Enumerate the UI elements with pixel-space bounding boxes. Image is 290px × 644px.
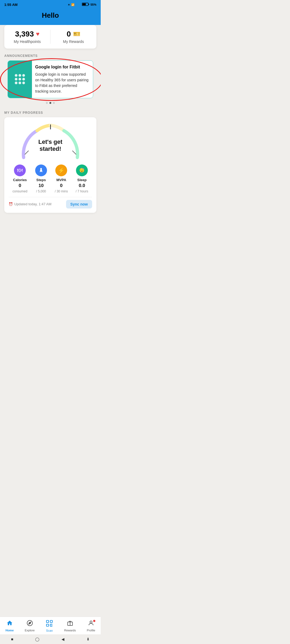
announcement-text: Google login is now supported on Healthy… <box>35 72 90 94</box>
calories-value: 0 <box>19 183 21 188</box>
nav-profile[interactable]: Profile <box>87 620 95 632</box>
steps-value: 10 <box>38 183 44 188</box>
sleep-goal: / 7 hours <box>76 189 88 193</box>
progress-card: Let's get started! 🍽 Calories 0 consumed <box>4 117 96 213</box>
calories-metric: 🍽 Calories 0 consumed <box>13 164 27 193</box>
clock-icon: ⏰ <box>9 202 13 206</box>
announcement-wrapper: Google login for Fitbit Google login is … <box>3 60 97 98</box>
dot-3[interactable] <box>53 102 55 104</box>
steps-metric: Steps 10 / 5,000 <box>35 164 47 193</box>
carousel-dots <box>0 102 101 104</box>
gauge-text-line2: started! <box>39 146 61 152</box>
status-time: 1:55 AM <box>4 3 17 7</box>
svg-rect-12 <box>46 624 49 626</box>
android-back-btn[interactable]: ◀ <box>61 637 64 641</box>
nav-explore[interactable]: Explore <box>25 620 35 632</box>
mvpa-metric: ⚡ MVPA 0 / 30 mins <box>55 164 68 193</box>
home-icon <box>6 620 13 628</box>
svg-rect-3 <box>82 3 86 5</box>
rewards-nav-icon <box>67 620 73 628</box>
bottom-nav: Home Explore Scan <box>0 617 101 634</box>
scan-icon <box>46 620 53 628</box>
sync-row: ⏰ Updated today, 1:47 AM Sync now <box>9 197 92 208</box>
mvpa-goal: / 30 mins <box>55 189 68 193</box>
healthpoints-value: 3,393 <box>15 30 34 38</box>
gauge-container: Let's get started! <box>16 123 85 160</box>
page-title: Hello <box>4 11 96 20</box>
announcement-content: Google login for Fitbit Google login is … <box>32 61 93 98</box>
mvpa-value: 0 <box>60 183 63 188</box>
sync-time-text: Updated today, 1:47 AM <box>14 202 52 206</box>
sleep-icon: 😴 <box>76 164 88 176</box>
svg-point-19 <box>90 621 92 623</box>
announcement-card[interactable]: Google login for Fitbit Google login is … <box>8 60 93 98</box>
rewards-icon: 🎫 <box>73 31 80 38</box>
explore-icon <box>27 620 33 628</box>
points-card: 3,393 ♥ My Healthpoints 0 🎫 My Rewards <box>4 25 96 49</box>
calories-goal: consumed <box>13 189 27 193</box>
android-nav-extra[interactable]: ⬇ <box>86 637 90 641</box>
steps-icon <box>35 164 47 176</box>
daily-progress-label: MY DAILY PROGRESS <box>0 105 101 117</box>
healthpoints-label: My Healthpoints <box>14 39 41 44</box>
announcement-title: Google login for Fitbit <box>35 64 90 70</box>
android-square-btn[interactable]: ■ <box>11 637 13 641</box>
nav-rewards-label: Rewards <box>64 629 76 632</box>
heart-icon: ♥ <box>36 31 39 38</box>
svg-rect-11 <box>50 620 52 623</box>
sleep-metric: 😴 Sleep 0.0 / 7 hours <box>76 164 88 193</box>
svg-point-7 <box>40 168 42 170</box>
announcements-label: ANNOUNCEMENTS <box>0 49 101 60</box>
rewards-value: 0 <box>67 30 71 38</box>
status-icons: ∗ 📶 55% <box>68 2 96 7</box>
sleep-label: Sleep <box>77 178 87 182</box>
android-circle-btn[interactable]: ◯ <box>35 637 39 641</box>
svg-rect-10 <box>46 620 49 623</box>
profile-notification-dot <box>93 620 95 622</box>
app-header: Hello <box>0 9 101 25</box>
battery-percentage: 55% <box>90 3 96 6</box>
metrics-row: 🍽 Calories 0 consumed Steps 10 / 5,000 ⚡ <box>9 164 92 193</box>
sync-button[interactable]: Sync now <box>66 200 92 208</box>
mvpa-label: MVPA <box>56 178 66 182</box>
svg-text:📶: 📶 <box>71 3 75 6</box>
gauge-main-text: Let's get started! <box>38 138 63 153</box>
svg-rect-2 <box>88 4 89 5</box>
calories-label: Calories <box>13 178 27 182</box>
fitbit-logo <box>13 72 27 86</box>
sleep-value: 0.0 <box>79 183 85 188</box>
dot-1[interactable] <box>46 102 48 104</box>
svg-line-5 <box>73 151 76 154</box>
nav-scan-label: Scan <box>46 629 53 632</box>
mvpa-icon: ⚡ <box>55 164 67 176</box>
signal-icon: 📶 <box>71 2 81 7</box>
android-nav-bar: ■ ◯ ◀ ⬇ <box>0 634 101 644</box>
bluetooth-icon: ∗ <box>68 3 70 6</box>
steps-goal: / 5,000 <box>36 189 46 193</box>
svg-line-4 <box>25 151 28 154</box>
dot-2[interactable] <box>49 102 51 104</box>
gauge-text-line1: Let's get <box>38 138 63 145</box>
battery-icon <box>82 2 89 7</box>
rewards-label: My Rewards <box>63 39 84 44</box>
rewards-section: 0 🎫 My Rewards <box>50 30 96 44</box>
svg-marker-9 <box>28 622 31 624</box>
nav-profile-label: Profile <box>87 629 95 632</box>
healthpoints-section: 3,393 ♥ My Healthpoints <box>4 30 50 44</box>
nav-home[interactable]: Home <box>5 620 14 632</box>
nav-home-label: Home <box>5 629 14 632</box>
status-bar: 1:55 AM ∗ 📶 55% <box>0 0 101 9</box>
sync-time: ⏰ Updated today, 1:47 AM <box>9 202 52 206</box>
calories-icon: 🍽 <box>14 164 26 176</box>
nav-explore-label: Explore <box>25 629 35 632</box>
steps-label: Steps <box>36 178 46 182</box>
nav-scan[interactable]: Scan <box>46 620 53 632</box>
announcement-image <box>8 61 32 98</box>
nav-rewards[interactable]: Rewards <box>64 620 76 632</box>
gauge-center-text: Let's get started! <box>38 138 63 153</box>
